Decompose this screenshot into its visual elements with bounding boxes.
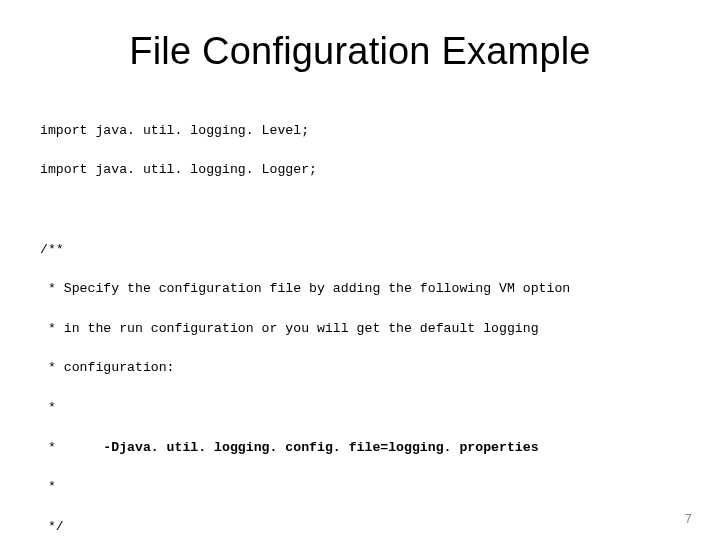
code-bold: -Djava. util. logging. config. file=logg…: [103, 440, 538, 455]
code-span: *: [40, 440, 103, 455]
code-block: import java. util. logging. Level; impor…: [40, 101, 680, 540]
code-line: * Specify the configuration file by addi…: [40, 279, 680, 299]
code-line: *: [40, 398, 680, 418]
page-number: 7: [685, 511, 692, 526]
code-line: * -Djava. util. logging. config. file=lo…: [40, 438, 680, 458]
code-line: /**: [40, 240, 680, 260]
code-line: */: [40, 517, 680, 537]
slide-title: File Configuration Example: [40, 30, 680, 73]
code-line: import java. util. logging. Level;: [40, 121, 680, 141]
code-line: import java. util. logging. Logger;: [40, 160, 680, 180]
code-line: * configuration:: [40, 358, 680, 378]
code-line: * in the run configuration or you will g…: [40, 319, 680, 339]
code-line: *: [40, 477, 680, 497]
code-blank: [40, 200, 680, 220]
